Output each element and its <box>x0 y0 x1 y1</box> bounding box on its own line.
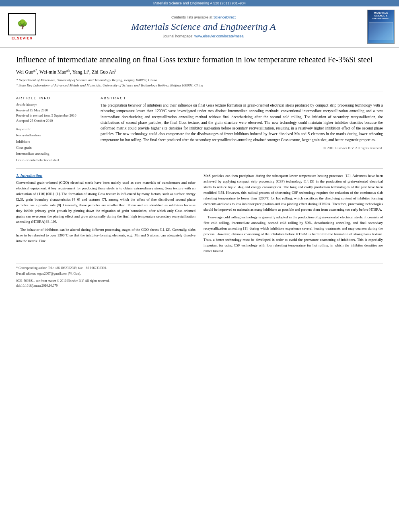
info-abstract-columns: ARTICLE INFO Article history: Received 1… <box>16 96 383 163</box>
keyword-list: Recrystallization Inhibitors Goss grain … <box>16 132 93 163</box>
keywords-section: Keywords: Recrystallization Inhibitors G… <box>16 127 93 163</box>
body-right-col: MnS particles can then precipitate durin… <box>204 173 383 257</box>
journal-title: Materials Science and Engineering A <box>131 21 276 33</box>
journal-cover: MATERIALS SCIENCE & ENGINEERING <box>367 10 395 44</box>
issn-line: 0921-5093/$ – see front matter © 2010 El… <box>16 279 383 288</box>
keyword-3: Goss grain <box>16 145 93 151</box>
body-left-col: 1. Introduction Conventional grain-orien… <box>16 173 195 257</box>
contents-availability: Contents lists available at ScienceDirec… <box>171 15 236 19</box>
journal-reference-bar: Materials Science and Engineering A 528 … <box>0 0 399 6</box>
introduction-heading: 1. Introduction <box>16 173 195 178</box>
keyword-4: Intermediate annealing <box>16 151 93 157</box>
journal-homepage-line: journal homepage: www.elsevier.com/locat… <box>163 34 244 38</box>
cover-title: MATERIALS SCIENCE & ENGINEERING <box>372 12 389 21</box>
page: Materials Science and Engineering A 528 … <box>0 0 399 532</box>
right-para-2: Two-stage cold rolling technology is gen… <box>204 215 383 254</box>
journal-homepage-link[interactable]: www.elsevier.com/locate/msea <box>194 34 244 38</box>
copyright-line: © 2010 Elsevier B.V. All rights reserved… <box>101 146 383 150</box>
footnotes: * Corresponding author. Tel.: +86 106233… <box>16 263 383 288</box>
affiliations: ᵃ Department of Materials, University of… <box>16 78 383 88</box>
affiliation-b: ᵇ State Key Laboratory of Advanced Metal… <box>16 83 383 88</box>
abstract-heading: ABSTRACT <box>101 96 383 100</box>
abstract-column: ABSTRACT The precipitation behavior of i… <box>101 96 383 163</box>
keyword-5: Grain-oriented electrical steel <box>16 157 93 163</box>
accepted-date: Accepted 25 October 2010 <box>16 118 93 123</box>
sciencedirect-link[interactable]: ScienceDirect <box>214 15 236 19</box>
header-divider <box>16 92 383 92</box>
keywords-label: Keywords: <box>16 127 93 131</box>
corresponding-author: * Corresponding author. Tel.: +86 106233… <box>16 266 383 271</box>
doi-text: doi:10.1016/j.msea.2010.10.079 <box>16 284 58 288</box>
main-content: Influence of intermediate annealing on f… <box>0 48 399 296</box>
introduction-text: Conventional grain-oriented (CGO) electr… <box>16 180 195 244</box>
elsevier-wordmark: ELSEVIER <box>12 36 33 40</box>
logo-box: 🌳 <box>8 13 36 35</box>
journal-title-area: Contents lists available at ScienceDirec… <box>44 10 363 44</box>
article-info-heading: ARTICLE INFO <box>16 96 93 100</box>
elsevier-logo: 🌳 ELSEVIER <box>4 10 40 44</box>
cover-image <box>369 22 393 40</box>
revised-date: Received in revised form 5 September 201… <box>16 113 93 118</box>
journal-header: 🌳 ELSEVIER Contents lists available at S… <box>0 6 399 48</box>
intro-para-1: Conventional grain-oriented (CGO) electr… <box>16 180 195 225</box>
body-divider <box>16 168 383 168</box>
authors-line: Wei Guoa,*, Wei-min Maoa,b, Yang Lia, Zh… <box>16 69 383 75</box>
journal-reference: Materials Science and Engineering A 528 … <box>153 1 246 5</box>
cover-box: MATERIALS SCIENCE & ENGINEERING <box>367 10 395 44</box>
right-col-text: MnS particles can then precipitate durin… <box>204 173 383 254</box>
keyword-2: Inhibitors <box>16 139 93 145</box>
body-columns: 1. Introduction Conventional grain-orien… <box>16 173 383 257</box>
email-address: E-mail address: wguo2007@gmail.com (W. G… <box>16 271 383 276</box>
tree-icon: 🌳 <box>17 20 28 29</box>
affiliation-a: ᵃ Department of Materials, University of… <box>16 78 383 83</box>
abstract-text: The precipitation behavior of inhibitors… <box>101 103 383 143</box>
article-info-column: ARTICLE INFO Article history: Received 1… <box>16 96 93 163</box>
issn-text: 0921-5093/$ – see front matter © 2010 El… <box>16 279 110 283</box>
intro-para-2: The behavior of inhibitors can be altere… <box>16 227 195 244</box>
received-date: Received 15 May 2010 <box>16 108 93 113</box>
article-title: Influence of intermediate annealing on f… <box>16 54 383 65</box>
right-para-1: MnS particles can then precipitate durin… <box>204 173 383 213</box>
history-label: Article history: <box>16 103 93 107</box>
keyword-1: Recrystallization <box>16 132 93 138</box>
